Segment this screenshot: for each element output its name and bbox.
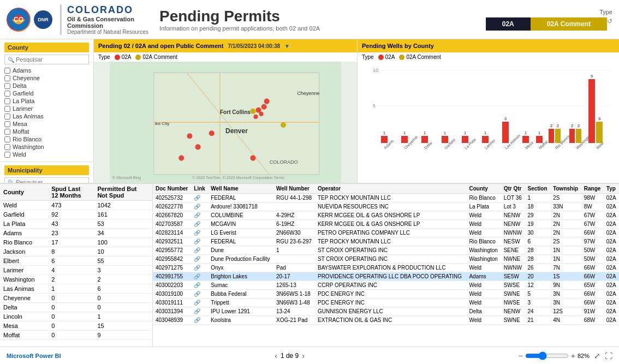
- well-name: Ardoure! 33081718: [208, 202, 273, 211]
- col-township[interactable]: Township: [550, 184, 581, 194]
- county-checkbox[interactable]: [4, 121, 10, 127]
- county-checkbox[interactable]: [4, 106, 10, 112]
- main-content: County 🔍 AdamsCheyenneDeltaGarfieldLa Pl…: [0, 39, 619, 183]
- svg-text:3: 3: [504, 116, 507, 121]
- link-cell[interactable]: 🔗: [191, 307, 208, 316]
- agency-info: COLORADO Oil & Gas Conservation Commissi…: [60, 4, 148, 35]
- county-checkbox[interactable]: [4, 114, 10, 120]
- link-cell[interactable]: 🔗: [191, 202, 208, 211]
- export-button[interactable]: ⤢: [594, 351, 600, 360]
- col-type[interactable]: Typ: [604, 184, 619, 194]
- county-checkbox[interactable]: [4, 144, 10, 150]
- link-cell[interactable]: 🔗: [191, 316, 208, 325]
- data-table-row[interactable]: 403031394 🔗 IPU Lower 1291 13-24 GUNNISO…: [153, 307, 619, 316]
- link-cell[interactable]: 🔗: [191, 229, 208, 237]
- county-checkbox[interactable]: [4, 152, 10, 158]
- range: 67W: [581, 211, 604, 220]
- prev-page-button[interactable]: ‹: [275, 351, 277, 360]
- link-icon: 🔗: [194, 238, 200, 244]
- type: 02A: [604, 194, 619, 202]
- county-checkbox[interactable]: [4, 129, 10, 135]
- township: 12S: [550, 307, 581, 316]
- township: 9N: [550, 281, 581, 290]
- link-cell[interactable]: 🔗: [191, 246, 208, 255]
- county-checkbox[interactable]: [4, 68, 10, 74]
- map-container[interactable]: ike City Cheyenne Fort Collins Denver CO…: [94, 62, 357, 183]
- county-label: Rio Blanco: [13, 136, 41, 142]
- doc-number: 402622778: [153, 202, 191, 211]
- powerbi-label[interactable]: Microsoft Power BI: [7, 353, 61, 359]
- county-checkbox[interactable]: [4, 83, 10, 89]
- col-link[interactable]: Link: [191, 184, 208, 194]
- col-section[interactable]: Section: [525, 184, 550, 194]
- county-search-box[interactable]: 🔍: [4, 55, 89, 64]
- doc-number: 403031394: [153, 307, 191, 316]
- data-table-row[interactable]: 403019100 🔗 Bubba Federal 3N66WS 1-18 PD…: [153, 290, 619, 299]
- col-well-name[interactable]: Well Name: [208, 184, 273, 194]
- data-table-row[interactable]: 402703587 🔗 MCGAVIN 6-19HZ KERR MCGEE OI…: [153, 220, 619, 229]
- link-cell[interactable]: 🔗: [191, 272, 208, 281]
- data-table-row[interactable]: 403019111 🔗 Trippett 3N66W3 1-48 PDC ENE…: [153, 299, 619, 307]
- municipality-search-input[interactable]: [16, 179, 86, 183]
- type-02a-button[interactable]: 02A: [486, 17, 531, 31]
- center-area: Pending 02 / 02A and open Public Comment…: [94, 39, 357, 183]
- type-label: Type: [599, 9, 612, 15]
- link-cell[interactable]: 🔗: [191, 211, 208, 220]
- svg-text:1: 1: [484, 130, 487, 135]
- qtr-qtr: NENW: [501, 220, 525, 229]
- data-table-row[interactable]: 402955842 🔗 Dune Production Facility ST …: [153, 255, 619, 264]
- zoom-plus-button[interactable]: +: [571, 351, 575, 360]
- refresh-icon[interactable]: ↺: [607, 17, 612, 31]
- data-table-row[interactable]: 402667820 🔗 COLUMBINE 4-29HZ KERR MCGEE …: [153, 211, 619, 220]
- link-cell[interactable]: 🔗: [191, 281, 208, 290]
- link-cell[interactable]: 🔗: [191, 299, 208, 307]
- type-02a-comment-button[interactable]: 02A Comment: [531, 17, 607, 31]
- col-county[interactable]: County: [466, 184, 501, 194]
- right-panel: Pending Wells by County Type 02A 02A Com…: [357, 39, 619, 183]
- data-table-row[interactable]: 402525732 🔗 FEDERAL RGU 44-1-298 TEP ROC…: [153, 194, 619, 202]
- spud-county: Las Animas: [0, 284, 48, 294]
- data-table-row[interactable]: 403002203 🔗 Sumac 1265-13 CCRP OPERATING…: [153, 281, 619, 290]
- qtr-qtr: NENW: [501, 307, 525, 316]
- county-checkbox[interactable]: [4, 98, 10, 104]
- col-well-number[interactable]: Well Number: [273, 184, 315, 194]
- chart-legend-02a: 02A: [378, 54, 395, 60]
- link-icon: 🔗: [194, 212, 200, 218]
- data-table-row[interactable]: 402932511 🔗 FEDERAL RGU 23-6-297 TEP ROC…: [153, 237, 619, 246]
- zoom-minus-button[interactable]: −: [519, 351, 523, 360]
- data-table-row[interactable]: 402991755 🔗 Brighton Lakes 20-17 PROVIDE…: [153, 272, 619, 281]
- county-search-input[interactable]: [16, 56, 86, 63]
- chart-area: 10 5 1 Adams 1 Cheyenne 1: [358, 62, 619, 183]
- link-cell[interactable]: 🔗: [191, 237, 208, 246]
- svg-rect-70: [596, 122, 603, 143]
- county-checkbox[interactable]: [4, 91, 10, 97]
- well-number: 1: [273, 246, 315, 255]
- svg-text:Cheyenne: Cheyenne: [297, 91, 319, 96]
- map-filter-icon[interactable]: ▼: [284, 43, 290, 49]
- link-cell[interactable]: 🔗: [191, 255, 208, 264]
- township: 1N: [550, 255, 581, 264]
- col-range[interactable]: Range: [581, 184, 604, 194]
- link-cell[interactable]: 🔗: [191, 264, 208, 272]
- data-table-row[interactable]: 402622778 🔗 Ardoure! 33081718 NUEVIDA RE…: [153, 202, 619, 211]
- data-table-row[interactable]: 403048939 🔗 Koolstra XOG-21 Pad EXTRACTI…: [153, 316, 619, 325]
- link-cell[interactable]: 🔗: [191, 220, 208, 229]
- link-cell[interactable]: 🔗: [191, 290, 208, 299]
- well-number: RGU 23-6-297: [273, 237, 315, 246]
- col-doc-number[interactable]: Doc Number: [153, 184, 191, 194]
- data-table-row[interactable]: 402955772 🔗 Dune 1 ST CROIX OPERATING IN…: [153, 246, 619, 255]
- col-operator[interactable]: Operator: [315, 184, 466, 194]
- link-cell[interactable]: 🔗: [191, 194, 208, 202]
- data-table-row[interactable]: 402823114 🔗 LG Everist 2N66W30 PETRO OPE…: [153, 229, 619, 237]
- data-table-row[interactable]: 402971275 🔗 Onyx Pad BAYSWATER EXPLORATI…: [153, 264, 619, 272]
- col-qtr-qtr[interactable]: Qtr Qtr: [501, 184, 525, 194]
- county-checkbox[interactable]: [4, 136, 10, 142]
- fullscreen-button[interactable]: ⛶: [605, 351, 612, 360]
- next-page-button[interactable]: ›: [302, 351, 305, 360]
- township: 3N: [550, 290, 581, 299]
- zoom-slider[interactable]: [525, 351, 569, 360]
- county-checkbox[interactable]: [4, 75, 10, 81]
- county-label: Cheyenne: [13, 75, 40, 81]
- municipality-search-box[interactable]: 🔍: [4, 177, 89, 183]
- township: 2S: [550, 194, 581, 202]
